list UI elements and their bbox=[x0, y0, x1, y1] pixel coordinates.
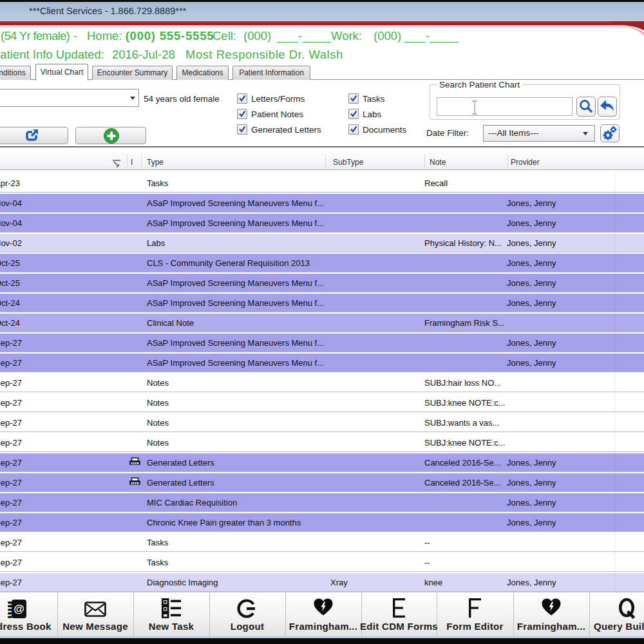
svg-text:@: @ bbox=[14, 603, 24, 615]
